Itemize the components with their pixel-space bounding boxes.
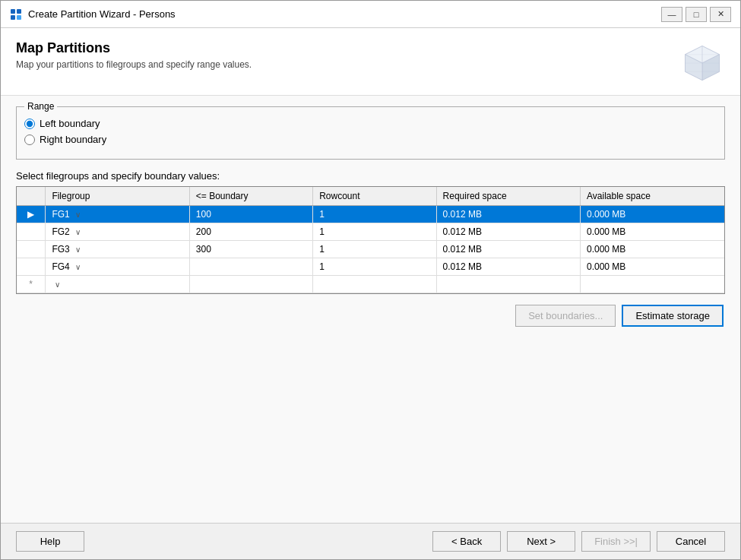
row-rowcount-cell: 1 xyxy=(313,223,436,241)
title-bar-left: Create Partition Wizard - Persons xyxy=(10,8,176,21)
row-available-cell: 0.000 MB xyxy=(581,206,725,223)
col-header-available: Available space xyxy=(581,187,725,206)
page-subtitle: Map your partitions to filegroups and sp… xyxy=(16,59,252,70)
col-header-arrow xyxy=(17,187,46,206)
table-row[interactable]: FG3 ∨30010.012 MB0.000 MB xyxy=(17,241,724,258)
header-icon xyxy=(679,40,725,86)
footer-right: < Back Next > Finish >>| Cancel xyxy=(432,531,725,552)
left-boundary-label[interactable]: Left boundary xyxy=(40,118,100,129)
col-header-required: Required space xyxy=(436,187,580,206)
footer: Help < Back Next > Finish >>| Cancel xyxy=(1,523,740,559)
back-button[interactable]: < Back xyxy=(432,531,501,552)
row-available-cell: 0.000 MB xyxy=(581,223,725,241)
header-section: Map Partitions Map your partitions to fi… xyxy=(1,28,740,96)
table-row[interactable]: FG4 ∨10.012 MB0.000 MB xyxy=(17,258,724,276)
main-window: Create Partition Wizard - Persons — □ ✕ … xyxy=(0,0,741,560)
right-boundary-label[interactable]: Right boundary xyxy=(40,134,106,145)
new-row-filegroup-cell[interactable]: ∨ xyxy=(46,276,189,293)
left-boundary-radio[interactable] xyxy=(24,119,35,129)
footer-left: Help xyxy=(16,531,84,552)
new-row-boundary-cell xyxy=(189,276,312,293)
header-text: Map Partitions Map your partitions to fi… xyxy=(16,40,252,70)
app-icon xyxy=(10,8,22,21)
row-required-cell: 0.012 MB xyxy=(436,258,580,276)
cancel-button[interactable]: Cancel xyxy=(657,531,725,552)
range-legend: Range xyxy=(24,101,57,112)
row-arrow-cell xyxy=(17,241,46,258)
row-arrow-cell xyxy=(17,258,46,276)
svg-rect-0 xyxy=(11,9,15,14)
range-group: Range Left boundary Right boundary xyxy=(16,106,725,160)
row-boundary-cell[interactable] xyxy=(189,258,312,276)
table-label: Select filegroups and specify boundary v… xyxy=(16,170,725,182)
help-button[interactable]: Help xyxy=(16,531,84,552)
row-required-cell: 0.012 MB xyxy=(436,223,580,241)
row-filegroup-cell[interactable]: FG1 ∨ xyxy=(46,206,189,223)
new-row-rowcount-cell xyxy=(313,276,436,293)
svg-rect-3 xyxy=(17,15,21,20)
set-boundaries-button[interactable]: Set boundaries... xyxy=(515,305,616,327)
row-required-cell: 0.012 MB xyxy=(436,241,580,258)
filegroup-dropdown-indicator[interactable]: ∨ xyxy=(75,228,81,236)
content-area: Range Left boundary Right boundary Selec… xyxy=(1,96,740,523)
row-boundary-cell[interactable]: 200 xyxy=(189,223,312,241)
row-filegroup-cell[interactable]: FG4 ∨ xyxy=(46,258,189,276)
new-row-marker-cell: * xyxy=(17,276,46,293)
new-row-dropdown[interactable]: ∨ xyxy=(55,280,60,289)
filegroup-dropdown-indicator[interactable]: ∨ xyxy=(75,245,81,254)
right-boundary-radio[interactable] xyxy=(24,134,35,145)
partition-table: Filegroup <= Boundary Rowcount Required … xyxy=(17,187,724,293)
row-rowcount-cell: 1 xyxy=(313,241,436,258)
row-available-cell: 0.000 MB xyxy=(581,241,725,258)
col-header-boundary: <= Boundary xyxy=(189,187,312,206)
estimate-storage-button[interactable]: Estimate storage xyxy=(622,305,724,327)
col-header-filegroup: Filegroup xyxy=(46,187,189,206)
finish-button[interactable]: Finish >>| xyxy=(581,531,651,552)
table-row[interactable]: ▶FG1 ∨10010.012 MB0.000 MB xyxy=(17,206,724,223)
table-header-row: Filegroup <= Boundary Rowcount Required … xyxy=(17,187,724,206)
window-controls: — □ ✕ xyxy=(661,7,731,22)
new-row-required-cell xyxy=(436,276,580,293)
right-boundary-row: Right boundary xyxy=(24,134,712,145)
row-filegroup-cell[interactable]: FG3 ∨ xyxy=(46,241,189,258)
svg-rect-1 xyxy=(17,9,21,14)
window-title: Create Partition Wizard - Persons xyxy=(28,8,176,20)
table-wrapper: Filegroup <= Boundary Rowcount Required … xyxy=(16,186,725,294)
title-bar: Create Partition Wizard - Persons — □ ✕ xyxy=(1,1,740,28)
minimize-button[interactable]: — xyxy=(661,7,682,22)
table-row[interactable]: FG2 ∨20010.012 MB0.000 MB xyxy=(17,223,724,241)
row-arrow-cell xyxy=(17,223,46,241)
row-rowcount-cell: 1 xyxy=(313,258,436,276)
page-title: Map Partitions xyxy=(16,40,252,56)
new-row-available-cell xyxy=(581,276,725,293)
row-filegroup-cell[interactable]: FG2 ∨ xyxy=(46,223,189,241)
row-required-cell: 0.012 MB xyxy=(436,206,580,223)
close-button[interactable]: ✕ xyxy=(710,7,731,22)
next-button[interactable]: Next > xyxy=(507,531,575,552)
row-boundary-cell[interactable]: 100 xyxy=(189,206,312,223)
row-arrow-cell: ▶ xyxy=(17,206,46,223)
filegroup-dropdown-indicator[interactable]: ∨ xyxy=(75,210,81,219)
table-new-row[interactable]: * ∨ xyxy=(17,276,724,293)
maximize-button[interactable]: □ xyxy=(686,7,707,22)
row-boundary-cell[interactable]: 300 xyxy=(189,241,312,258)
filegroup-dropdown-indicator[interactable]: ∨ xyxy=(75,263,81,271)
row-available-cell: 0.000 MB xyxy=(581,258,725,276)
left-boundary-row: Left boundary xyxy=(24,118,712,129)
action-buttons-row: Set boundaries... Estimate storage xyxy=(16,305,725,327)
col-header-rowcount: Rowcount xyxy=(313,187,436,206)
row-rowcount-cell: 1 xyxy=(313,206,436,223)
svg-rect-2 xyxy=(11,15,15,20)
